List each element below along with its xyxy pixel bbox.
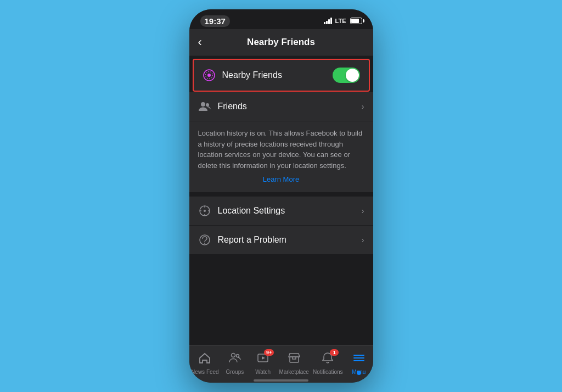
info-box: Location history is on. This allows Face… <box>189 121 373 192</box>
watch-icon: 9+ <box>256 351 269 368</box>
svg-point-14 <box>236 355 239 357</box>
svg-rect-17 <box>290 357 299 362</box>
status-time: 19:37 <box>200 15 230 27</box>
friends-row[interactable]: Friends › <box>189 92 373 121</box>
svg-point-1 <box>207 74 211 77</box>
friends-chevron: › <box>362 102 364 111</box>
home-icon <box>198 351 211 368</box>
nav-item-watch[interactable]: 9+ Watch <box>251 351 275 375</box>
nearby-friends-toggle[interactable] <box>333 68 360 83</box>
status-bar: 19:37 LTE <box>189 9 373 29</box>
bottom-nav: News Feed Groups 9+ Watch <box>189 345 373 378</box>
watch-badge: 9+ <box>264 349 274 356</box>
nearby-friends-icon <box>203 69 216 82</box>
svg-point-6 <box>204 210 206 212</box>
report-problem-chevron: › <box>362 236 364 244</box>
nearby-friends-toggle-row[interactable]: Nearby Friends <box>193 59 370 92</box>
report-problem-row[interactable]: Report a Problem › <box>189 226 373 254</box>
friends-label: Friends <box>218 102 362 111</box>
page-title: Nearby Friends <box>247 37 315 48</box>
svg-point-12 <box>204 243 205 244</box>
nav-item-groups[interactable]: Groups <box>223 351 247 375</box>
svg-marker-16 <box>262 356 265 360</box>
battery-icon <box>350 18 362 24</box>
groups-label: Groups <box>226 369 244 375</box>
nearby-friends-label: Nearby Friends <box>222 70 333 80</box>
svg-point-3 <box>201 102 205 107</box>
signal-icon <box>324 18 332 24</box>
groups-icon <box>228 351 241 368</box>
location-settings-chevron: › <box>362 206 364 215</box>
location-settings-row[interactable]: Location Settings › <box>189 197 373 225</box>
notifications-badge: 1 <box>330 349 339 356</box>
active-indicator <box>357 371 361 375</box>
nav-item-notifications[interactable]: 1 Notifications <box>313 351 342 375</box>
svg-point-13 <box>231 354 235 357</box>
toggle-knob <box>346 69 359 82</box>
location-history-text: Location history is on. This allows Face… <box>198 129 363 170</box>
content-area: Nearby Friends Friends › Location histor… <box>189 55 373 345</box>
home-indicator-bar <box>254 379 308 382</box>
report-problem-icon <box>198 233 211 247</box>
menu-icon <box>352 351 366 368</box>
nav-item-marketplace[interactable]: Marketplace <box>279 351 308 375</box>
learn-more-link[interactable]: Learn More <box>198 175 364 183</box>
home-indicator <box>189 378 373 383</box>
marketplace-label: Marketplace <box>279 369 308 375</box>
nav-item-menu[interactable]: Menu <box>347 351 371 375</box>
lte-label: LTE <box>335 18 346 24</box>
nav-header: ‹ Nearby Friends <box>189 29 373 55</box>
status-icons: LTE <box>324 18 362 24</box>
phone-frame: 19:37 LTE ‹ Nearby Friends <box>189 9 373 383</box>
notifications-icon: 1 <box>321 351 334 368</box>
watch-label: Watch <box>255 369 271 375</box>
location-settings-label: Location Settings <box>218 206 362 216</box>
newsfeed-label: News Feed <box>191 369 219 375</box>
location-settings-icon <box>198 204 211 217</box>
marketplace-icon <box>288 351 301 368</box>
friends-icon <box>198 100 211 113</box>
back-button[interactable]: ‹ <box>198 35 202 49</box>
svg-point-4 <box>206 103 209 107</box>
report-problem-label: Report a Problem <box>218 235 362 245</box>
notifications-label: Notifications <box>313 369 342 375</box>
nav-item-newsfeed[interactable]: News Feed <box>191 351 219 375</box>
